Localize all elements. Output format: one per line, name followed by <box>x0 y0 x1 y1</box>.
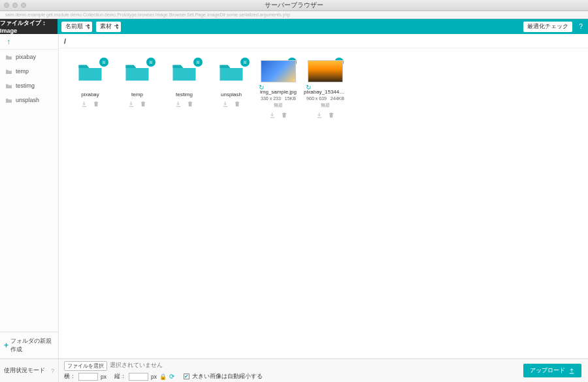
file-grid: ≡ pixabay ≡ temp ≡ <box>59 48 588 358</box>
height-label: 縦： <box>114 373 126 381</box>
trash-icon[interactable] <box>140 101 146 107</box>
upload-button[interactable]: アップロード <box>523 364 581 377</box>
tile-meta: 330 x 233 15KB <box>261 96 296 101</box>
tile-dimensions: 960 x 639 <box>306 96 327 101</box>
tile-meta: 960 x 639 244KB <box>306 96 344 101</box>
tile-size: 15KB <box>285 96 296 101</box>
sidebar: ↑ pixabay temp testimg unsplash + フォルダの新… <box>0 34 59 358</box>
usage-mode[interactable]: 使用状況モード ? <box>0 359 59 382</box>
folder-tile[interactable]: ≡ testimg <box>162 60 206 118</box>
width-input[interactable] <box>78 373 98 381</box>
trash-icon[interactable] <box>187 101 193 107</box>
sidebar-item-testimg[interactable]: testimg <box>0 78 58 93</box>
download-icon[interactable] <box>269 112 276 118</box>
trash-icon[interactable] <box>281 112 287 118</box>
folder-icon <box>5 83 12 89</box>
address-bar: sam.demo.example get.module.demo.Collect… <box>0 11 588 19</box>
trash-icon[interactable] <box>234 101 240 107</box>
upload-label: アップロード <box>530 366 565 375</box>
help-button[interactable]: ? <box>576 23 585 30</box>
sidebar-item-unsplash[interactable]: unsplash <box>0 93 58 107</box>
tile-label: img_sample.jpg <box>260 89 297 95</box>
sidebar-item-label: unsplash <box>16 97 39 103</box>
folder-icon <box>5 69 12 75</box>
sort-select[interactable]: 名前順 ▴▾ <box>61 22 92 32</box>
usage-mode-label: 使用状況モード <box>4 367 45 375</box>
category-select-value: 素材 <box>100 22 112 31</box>
sidebar-item-label: pixabay <box>16 54 36 60</box>
image-thumbnail <box>261 60 296 82</box>
menu-badge-icon[interactable]: ≡ <box>99 58 108 67</box>
new-folder-label: フォルダの新規作成 <box>10 337 54 354</box>
zoom-dot[interactable] <box>21 3 26 8</box>
tile-status: 無題 <box>274 102 283 109</box>
up-folder-button[interactable]: ↑ <box>0 34 58 50</box>
image-tile[interactable]: ≡ ↻ pixabay_15344053… 960 x 639 244KB 無題 <box>303 60 348 118</box>
window-title: サーバーブラウザー <box>265 1 323 10</box>
new-folder-button[interactable]: + フォルダの新規作成 <box>0 332 58 358</box>
toolbar: ファイルタイプ：Image 名前順 ▴▾ 素材 ▴▾ 最適化チェック ? <box>0 19 588 34</box>
auto-shrink-label: 大きい画像は自動縮小する <box>192 373 263 381</box>
download-icon[interactable] <box>81 101 88 107</box>
sidebar-item-pixabay[interactable]: pixabay <box>0 50 58 64</box>
plus-icon: + <box>4 341 8 350</box>
main-panel: / ≡ pixabay ≡ temp <box>59 34 588 358</box>
auto-shrink-checkbox[interactable]: ✔ <box>184 373 189 379</box>
usage-mode-help[interactable]: ? <box>51 368 54 374</box>
width-label: 横： <box>64 373 76 381</box>
window-titlebar: サーバーブラウザー <box>0 0 588 11</box>
sidebar-item-label: testimg <box>16 82 35 89</box>
filetype-label: ファイルタイプ：Image <box>0 19 57 34</box>
px-label: px <box>151 373 157 380</box>
footer-controls: ファイルを選択 選択されていません 横： px 縦： px 🔒 ⟳ ✔ 大きい画… <box>59 359 517 382</box>
tile-label: temp <box>131 92 143 97</box>
trash-icon[interactable] <box>328 112 335 118</box>
footer: 使用状況モード ? ファイルを選択 選択されていません 横： px 縦： px … <box>0 358 588 382</box>
download-icon[interactable] <box>222 101 229 107</box>
select-caret-icon: ▴▾ <box>88 23 90 29</box>
no-file-label: 選択されていません <box>110 362 163 370</box>
lock-icon[interactable]: 🔒 <box>159 373 167 380</box>
download-icon[interactable] <box>175 101 182 107</box>
folder-icon <box>5 54 12 60</box>
folder-tile[interactable]: ≡ unsplash <box>209 60 253 118</box>
trash-icon[interactable] <box>93 101 99 107</box>
tile-label: testimg <box>176 92 193 97</box>
reset-size-icon[interactable]: ⟳ <box>169 373 174 380</box>
tile-size: 244KB <box>331 96 344 101</box>
folder-icon <box>5 97 12 103</box>
tile-label: pixabay <box>81 92 99 97</box>
tile-actions <box>81 101 99 107</box>
menu-badge-icon[interactable]: ≡ <box>240 58 250 67</box>
image-tile[interactable]: ≡ ↻ img_sample.jpg 330 x 233 15KB 無題 <box>256 60 301 118</box>
breadcrumb: / <box>59 34 588 48</box>
choose-file-button[interactable]: ファイルを選択 <box>64 361 107 371</box>
folder-tile[interactable]: ≡ temp <box>115 60 159 118</box>
menu-badge-icon[interactable]: ≡ <box>146 58 155 67</box>
close-dot[interactable] <box>4 3 9 8</box>
minimize-dot[interactable] <box>12 3 18 8</box>
height-input[interactable] <box>129 373 148 381</box>
tile-dimensions: 330 x 233 <box>261 96 281 101</box>
refresh-icon[interactable]: ↻ <box>306 84 311 91</box>
optimize-check-button[interactable]: 最適化チェック <box>523 22 572 32</box>
tile-status: 無題 <box>321 102 330 109</box>
px-label: px <box>101 373 106 380</box>
category-select[interactable]: 素材 ▴▾ <box>96 22 121 32</box>
folder-tile[interactable]: ≡ pixabay <box>68 60 112 118</box>
traffic-lights <box>4 3 26 8</box>
menu-badge-icon[interactable]: ≡ <box>193 58 203 67</box>
refresh-icon[interactable]: ↻ <box>259 84 264 91</box>
sidebar-item-temp[interactable]: temp <box>0 64 58 78</box>
download-icon[interactable] <box>316 112 323 118</box>
upload-icon <box>568 368 575 374</box>
image-thumbnail <box>308 60 343 82</box>
sort-select-value: 名前順 <box>65 22 83 31</box>
download-icon[interactable] <box>128 101 135 107</box>
sidebar-item-label: temp <box>16 68 29 75</box>
tile-label: unsplash <box>221 92 242 97</box>
select-caret-icon: ▴▾ <box>116 23 119 29</box>
